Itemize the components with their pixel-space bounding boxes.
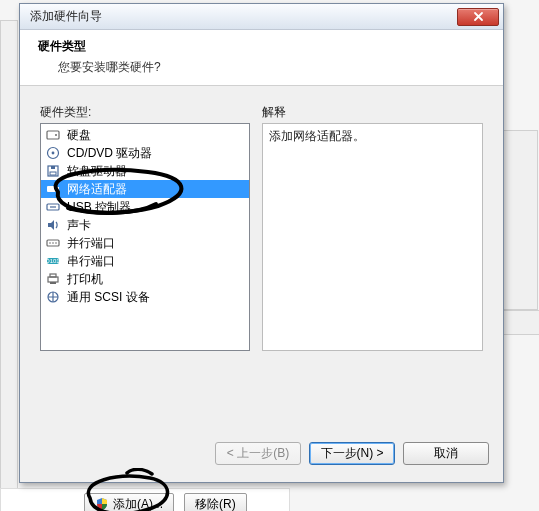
wizard-button-row: < 上一步(B) 下一步(N) > 取消 (20, 442, 503, 470)
list-item-label: 软盘驱动器 (67, 163, 127, 179)
svg-point-12 (52, 242, 54, 244)
hdd-icon (45, 127, 61, 143)
back-button-label: < 上一步(B) (227, 445, 289, 462)
parent-buttons: 添加(A)... 移除(R) (84, 493, 247, 511)
svg-rect-18 (50, 282, 56, 284)
list-item[interactable]: 0101串行端口 (41, 252, 249, 270)
list-item-label: 网络适配器 (67, 181, 127, 197)
remove-button[interactable]: 移除(R) (184, 493, 247, 511)
remove-button-label: 移除(R) (195, 496, 236, 512)
close-icon (473, 11, 484, 22)
svg-rect-16 (48, 277, 58, 282)
bg-button-stub (500, 310, 539, 335)
cancel-button-label: 取消 (434, 445, 458, 462)
svg-rect-8 (56, 187, 59, 191)
list-item[interactable]: CD/DVD 驱动器 (41, 144, 249, 162)
floppy-icon (45, 163, 61, 179)
explain-label: 解释 (262, 104, 483, 121)
list-item[interactable]: 软盘驱动器 (41, 162, 249, 180)
next-button-label: 下一步(N) > (321, 445, 384, 462)
usb-icon (45, 199, 61, 215)
list-item-label: 声卡 (67, 217, 91, 233)
list-item-label: 打印机 (67, 271, 103, 287)
add-button[interactable]: 添加(A)... (84, 493, 174, 511)
svg-point-13 (55, 242, 57, 244)
titlebar[interactable]: 添加硬件向导 (20, 4, 503, 30)
list-item[interactable]: 并行端口 (41, 234, 249, 252)
hardware-type-list[interactable]: 硬盘CD/DVD 驱动器软盘驱动器网络适配器USB 控制器声卡并行端口0101串… (40, 123, 250, 351)
hardware-type-label: 硬件类型: (40, 104, 250, 121)
svg-point-11 (49, 242, 51, 244)
svg-point-3 (52, 152, 55, 155)
svg-point-1 (55, 134, 57, 136)
svg-rect-0 (47, 131, 59, 139)
list-item-label: 硬盘 (67, 127, 91, 143)
list-item-label: CD/DVD 驱动器 (67, 145, 152, 161)
list-item[interactable]: USB 控制器 (41, 198, 249, 216)
list-item-label: USB 控制器 (67, 199, 131, 215)
cancel-button[interactable]: 取消 (403, 442, 489, 465)
list-item[interactable]: 通用 SCSI 设备 (41, 288, 249, 306)
svg-rect-6 (50, 172, 56, 175)
svg-rect-7 (47, 186, 56, 192)
nic-icon (45, 181, 61, 197)
sound-icon (45, 217, 61, 233)
wizard-header: 硬件类型 您要安装哪类硬件? (20, 30, 503, 86)
shield-icon (95, 497, 109, 511)
list-item[interactable]: 打印机 (41, 270, 249, 288)
svg-rect-17 (50, 274, 56, 277)
list-item[interactable]: 声卡 (41, 216, 249, 234)
scsi-icon (45, 289, 61, 305)
explain-box: 添加网络适配器。 (262, 123, 483, 351)
disc-icon (45, 145, 61, 161)
printer-icon (45, 271, 61, 287)
list-item-label: 串行端口 (67, 253, 115, 269)
add-hardware-wizard-dialog: 添加硬件向导 硬件类型 您要安装哪类硬件? 硬件类型: 硬盘CD/DVD 驱动器… (19, 3, 504, 483)
next-button[interactable]: 下一步(N) > (309, 442, 395, 465)
dialog-title: 添加硬件向导 (30, 8, 102, 25)
list-item[interactable]: 硬盘 (41, 126, 249, 144)
explain-text: 添加网络适配器。 (269, 129, 365, 143)
back-button: < 上一步(B) (215, 442, 301, 465)
svg-rect-5 (51, 166, 55, 169)
add-button-label: 添加(A)... (113, 496, 163, 512)
list-item[interactable]: 网络适配器 (41, 180, 249, 198)
close-button[interactable] (457, 8, 499, 26)
bg-panel-left (0, 20, 18, 490)
wizard-heading: 硬件类型 (38, 38, 489, 55)
bg-panel-right (502, 130, 538, 310)
list-item-label: 通用 SCSI 设备 (67, 289, 150, 305)
list-item-label: 并行端口 (67, 235, 115, 251)
serial-icon: 0101 (45, 253, 61, 269)
parallel-icon (45, 235, 61, 251)
svg-text:0101: 0101 (46, 258, 60, 264)
wizard-subheading: 您要安装哪类硬件? (58, 59, 489, 76)
